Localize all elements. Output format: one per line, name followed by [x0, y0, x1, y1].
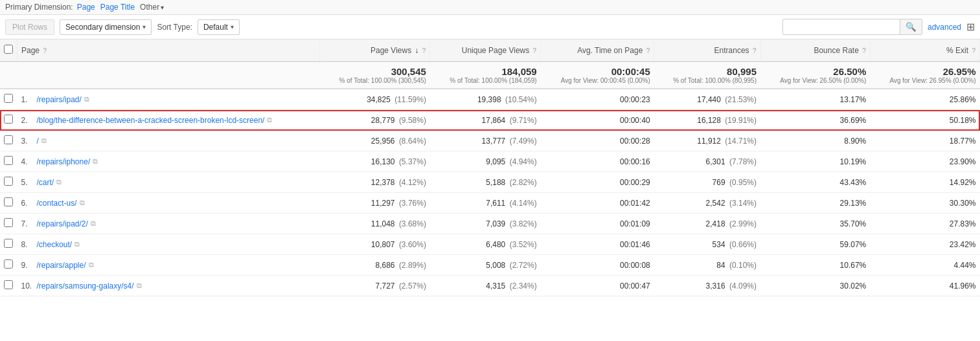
sort-type-dropdown[interactable]: Default ▾: [198, 19, 240, 35]
avg-time-value: 00:00:08: [620, 261, 650, 270]
page-views-value: 28,779: [371, 116, 395, 125]
row-checkbox[interactable]: [4, 94, 13, 103]
page-link[interactable]: /repairs/apple/: [37, 261, 86, 270]
avg-time-cell: 00:00:23: [541, 89, 654, 110]
page-views-value: 10,807: [371, 240, 395, 249]
pct-exit-value: 27.83%: [950, 219, 976, 228]
entrances-value: 17,440: [697, 95, 721, 104]
external-link-icon[interactable]: ⧉: [84, 95, 89, 104]
header-entrances[interactable]: Entrances ?: [654, 39, 760, 61]
row-checkbox[interactable]: [4, 280, 13, 289]
page-views-pct: (2.57%): [399, 281, 426, 291]
unique-views-pct: (2.72%): [510, 261, 537, 270]
unique-views-value: 17,864: [482, 116, 506, 125]
grid-view-icon[interactable]: ⊞: [966, 21, 975, 33]
table-row: 8. /checkout/ ⧉ 10,807 (3.60%) 6,480 (3.…: [0, 234, 980, 255]
external-link-icon[interactable]: ⧉: [41, 137, 47, 145]
unique-views-cell: 17,864 (9.71%): [430, 110, 541, 131]
row-checkbox-cell: [0, 255, 17, 276]
page-link[interactable]: /blog/the-difference-between-a-cracked-s…: [37, 116, 265, 125]
row-number: 10.: [21, 281, 34, 291]
table-row: 4. /repairs/iphone/ ⧉ 16,130 (5.37%) 9,0…: [0, 151, 980, 172]
bounce-rate-cell: 29.13%: [760, 193, 870, 214]
bounce-rate-value: 29.13%: [840, 199, 867, 208]
row-checkbox-cell: [0, 214, 17, 234]
row-checkbox[interactable]: [4, 197, 13, 206]
page-views-cell: 25,956 (8.64%): [319, 131, 430, 151]
pct-exit-cell: 23.90%: [870, 151, 979, 172]
page-link[interactable]: /repairs/ipad/2/: [37, 219, 88, 228]
row-checkbox[interactable]: [4, 177, 13, 186]
row-checkbox-cell: [0, 110, 17, 131]
page-link[interactable]: /repairs/samsung-galaxy/s4/: [37, 281, 134, 291]
header-page-views[interactable]: Page Views ↓ ?: [319, 39, 430, 61]
external-link-icon[interactable]: ⧉: [93, 157, 98, 166]
pct-exit-cell: 23.42%: [870, 234, 979, 255]
page-link[interactable]: /cart/: [37, 178, 54, 187]
avg-time-value: 00:00:28: [620, 137, 650, 146]
page-views-cell: 8,686 (2.89%): [319, 255, 430, 276]
row-checkbox[interactable]: [4, 218, 13, 227]
avg-time-value: 00:00:23: [620, 95, 650, 104]
row-checkbox[interactable]: [4, 239, 13, 248]
header-unique-page-views[interactable]: Unique Page Views ?: [430, 39, 541, 61]
row-number: 3.: [21, 137, 34, 146]
page-link[interactable]: /repairs/ipad/: [37, 95, 82, 104]
page-views-value: 8,686: [376, 261, 395, 270]
page-link[interactable]: /contact-us/: [37, 199, 77, 208]
page-link[interactable]: /repairs/iphone/: [37, 157, 91, 166]
page-views-value: 11,297: [371, 199, 395, 208]
header-pct-exit[interactable]: % Exit ?: [870, 39, 979, 61]
other-dropdown[interactable]: Other ▾: [140, 3, 164, 12]
external-link-icon[interactable]: ⧉: [56, 178, 62, 186]
dim-page-title-link[interactable]: Page Title: [100, 3, 135, 12]
external-link-icon[interactable]: ⧉: [89, 261, 94, 269]
external-link-icon[interactable]: ⧉: [74, 240, 80, 248]
page-views-value: 25,956: [371, 137, 395, 146]
search-input[interactable]: [783, 20, 900, 34]
entrances-pct: (0.10%): [729, 261, 757, 270]
external-link-icon[interactable]: ⧉: [267, 116, 272, 124]
unique-views-cell: 13,777 (7.49%): [430, 131, 541, 151]
dim-page-link[interactable]: Page: [77, 3, 95, 12]
unique-views-cell: 7,611 (4.14%): [430, 193, 541, 214]
entrances-pct: (14.71%): [725, 137, 757, 146]
external-link-icon[interactable]: ⧉: [80, 199, 85, 207]
page-views-pct: (9.58%): [399, 116, 426, 125]
pct-exit-cell: 18.77%: [870, 131, 979, 151]
entrances-value: 2,418: [706, 219, 725, 228]
header-bounce-rate[interactable]: Bounce Rate ?: [760, 39, 870, 61]
page-link[interactable]: /: [37, 137, 39, 146]
pct-exit-value: 18.77%: [950, 137, 976, 146]
search-button[interactable]: 🔍: [900, 19, 922, 34]
page-views-pct: (2.89%): [399, 261, 426, 270]
page-link[interactable]: /checkout/: [37, 240, 73, 249]
table-row: 10. /repairs/samsung-galaxy/s4/ ⧉ 7,727 …: [0, 276, 980, 296]
plot-rows-button[interactable]: Plot Rows: [5, 19, 54, 35]
select-all-checkbox[interactable]: [4, 45, 13, 54]
row-checkbox[interactable]: [4, 135, 13, 144]
row-checkbox[interactable]: [4, 115, 13, 124]
avg-time-cell: 00:01:42: [541, 193, 654, 214]
avg-time-cell: 00:00:40: [541, 110, 654, 131]
row-checkbox-cell: [0, 131, 17, 151]
primary-dim-label: Primary Dimension:: [5, 3, 73, 12]
external-link-icon[interactable]: ⧉: [137, 281, 142, 290]
unique-views-value: 5,008: [486, 261, 505, 270]
page-cell: 3. / ⧉: [17, 131, 320, 151]
row-checkbox[interactable]: [4, 156, 13, 165]
sort-arrow-icon: ↓: [415, 46, 419, 55]
row-checkbox[interactable]: [4, 259, 13, 269]
summary-row: 300,545 % of Total: 100.00% (300,545) 18…: [0, 61, 980, 89]
bounce-rate-cell: 10.19%: [760, 151, 870, 172]
unique-views-cell: 9,095 (4.94%): [430, 151, 541, 172]
row-checkbox-cell: [0, 234, 17, 255]
secondary-dimension-dropdown[interactable]: Secondary dimension ▾: [60, 19, 152, 35]
bounce-rate-cell: 8.90%: [760, 131, 870, 151]
advanced-link[interactable]: advanced: [928, 23, 961, 32]
pct-exit-cell: 50.18%: [870, 110, 979, 131]
external-link-icon[interactable]: ⧉: [91, 219, 96, 228]
row-number: 6.: [21, 199, 34, 208]
page-views-pct: (3.60%): [399, 240, 426, 249]
header-avg-time[interactable]: Avg. Time on Page ?: [541, 39, 654, 61]
